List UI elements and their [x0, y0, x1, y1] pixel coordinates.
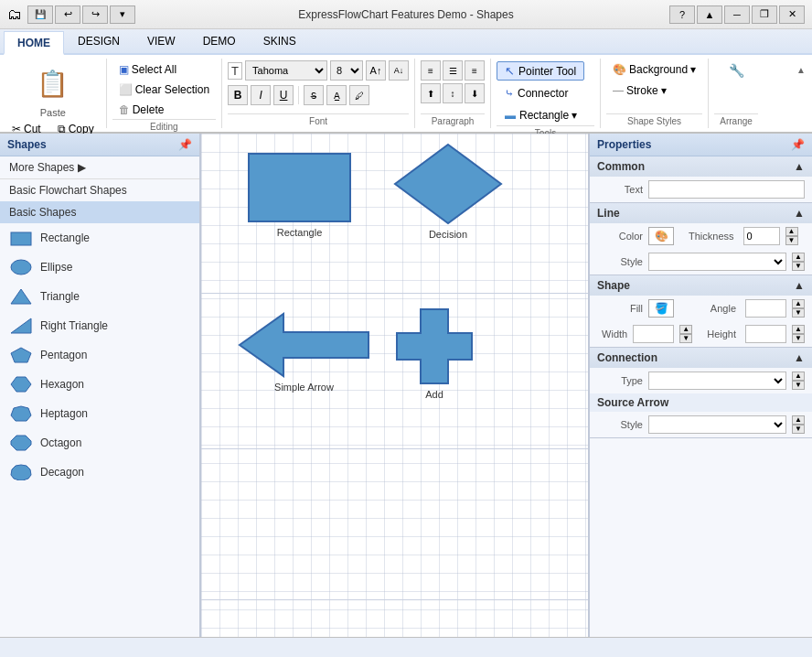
- canvas-shape-arrow[interactable]: Simple Arrow: [238, 312, 370, 393]
- arrange-btn[interactable]: 🔧: [722, 60, 751, 81]
- thickness-input[interactable]: [743, 227, 780, 245]
- valign-mid-btn[interactable]: ↕: [443, 83, 463, 103]
- ribbon-toggle-btn[interactable]: ▲: [697, 5, 722, 24]
- list-item[interactable]: Right Triangle: [0, 311, 199, 340]
- angle-down-btn[interactable]: ▼: [792, 308, 805, 318]
- source-arrow-style-select[interactable]: None Arrow Diamond: [648, 415, 786, 434]
- undo-btn[interactable]: ↩: [55, 5, 80, 24]
- style-up-btn[interactable]: ▲: [792, 253, 805, 262]
- valign-top-btn[interactable]: ⬆: [421, 83, 441, 103]
- connection-type-select[interactable]: Orthogonal Curved Straight: [648, 372, 786, 390]
- font-size-select[interactable]: 8 10 12 14: [330, 60, 363, 81]
- redo-btn[interactable]: ↪: [82, 5, 108, 24]
- angle-input[interactable]: [745, 299, 786, 318]
- line-style-select[interactable]: Solid Dashed Dotted: [648, 253, 786, 271]
- list-item[interactable]: Hexagon: [0, 370, 199, 399]
- paste-button[interactable]: 📋: [27, 60, 79, 107]
- valign-bot-btn[interactable]: ⬇: [465, 83, 485, 103]
- bold-btn[interactable]: B: [228, 85, 248, 105]
- width-input[interactable]: [633, 325, 674, 343]
- more-shapes-button[interactable]: More Shapes ▶: [0, 156, 199, 179]
- width-down-btn[interactable]: ▼: [679, 334, 692, 343]
- canvas-row-3: [201, 449, 588, 600]
- close-btn[interactable]: ✕: [779, 5, 805, 24]
- select-all-icon: ▣: [119, 63, 129, 76]
- list-item[interactable]: Rectangle: [0, 223, 199, 253]
- highlight-btn[interactable]: 🖊: [349, 85, 369, 105]
- tab-view[interactable]: VIEW: [134, 29, 189, 53]
- quick-access-btn[interactable]: ▾: [110, 5, 135, 24]
- list-item[interactable]: Heptagon: [0, 399, 199, 428]
- thickness-up-btn[interactable]: ▲: [785, 227, 798, 236]
- common-collapse-icon[interactable]: ▲: [794, 160, 805, 173]
- tab-skins[interactable]: SKINS: [250, 29, 310, 53]
- background-button[interactable]: 🎨 Background ▾: [606, 60, 702, 79]
- shape-collapse-icon[interactable]: ▲: [794, 279, 805, 292]
- width-height-row: Width ▲ ▼ Height ▲ ▼: [590, 321, 812, 347]
- height-down-btn[interactable]: ▼: [792, 334, 805, 343]
- line-collapse-icon[interactable]: ▲: [794, 207, 805, 220]
- restore-btn[interactable]: ❐: [752, 5, 777, 24]
- italic-btn[interactable]: I: [251, 85, 271, 105]
- properties-pin-icon[interactable]: 📌: [791, 138, 805, 151]
- tab-demo[interactable]: DEMO: [189, 29, 250, 53]
- font-name-select[interactable]: Tahoma Arial Times New Roman: [245, 60, 327, 81]
- font-size-dec-btn[interactable]: A↓: [389, 60, 409, 81]
- thickness-spinner: ▲ ▼: [785, 227, 798, 245]
- height-input[interactable]: [745, 325, 786, 343]
- conn-type-down-btn[interactable]: ▼: [792, 381, 805, 390]
- clear-selection-button[interactable]: ⬜ Clear Selection: [112, 81, 216, 99]
- pointer-tool-button[interactable]: ↖ Pointer Tool: [497, 61, 584, 81]
- shapes-pin-icon[interactable]: 📌: [178, 138, 192, 151]
- width-label: Width: [597, 328, 627, 339]
- canvas-area[interactable]: ↖ Rectangle Decision: [201, 134, 588, 637]
- clear-icon: ⬜: [119, 83, 133, 96]
- connector-button[interactable]: ⤷ Connector: [497, 84, 576, 102]
- tab-design[interactable]: DESIGN: [64, 29, 134, 53]
- text-input[interactable]: [648, 180, 805, 199]
- thickness-down-btn[interactable]: ▼: [785, 236, 798, 245]
- conn-type-up-btn[interactable]: ▲: [792, 372, 805, 381]
- fill-color-button[interactable]: 🪣: [648, 299, 674, 318]
- canvas-shape-add[interactable]: Add: [393, 307, 475, 400]
- connection-collapse-icon[interactable]: ▲: [794, 351, 805, 364]
- stroke-button[interactable]: — Stroke ▾: [606, 81, 673, 100]
- font-size-inc-btn[interactable]: A↑: [366, 60, 386, 81]
- height-up-btn[interactable]: ▲: [792, 325, 805, 334]
- canvas-grid[interactable]: ↖ Rectangle Decision: [201, 134, 588, 637]
- list-item[interactable]: Pentagon: [0, 340, 199, 370]
- align-center-btn[interactable]: ☰: [443, 60, 463, 81]
- font-color-btn[interactable]: A̲: [326, 85, 347, 105]
- arrow-style-up-btn[interactable]: ▲: [792, 415, 805, 425]
- rectangle-tool-button[interactable]: ▬ Rectangle ▾: [497, 106, 585, 124]
- align-right-btn[interactable]: ≡: [465, 60, 485, 81]
- octagon-preview-icon: [9, 433, 33, 453]
- list-item[interactable]: Ellipse: [0, 253, 199, 282]
- canvas-shape-decision[interactable]: Decision: [393, 143, 503, 240]
- select-all-button[interactable]: ▣ Select All: [112, 60, 183, 79]
- arrow-style-down-btn[interactable]: ▼: [792, 425, 805, 434]
- line-color-button[interactable]: 🎨: [648, 227, 674, 245]
- properties-panel: Properties 📌 Common ▲ Text Line ▲ Color: [588, 134, 812, 637]
- width-up-btn[interactable]: ▲: [679, 325, 692, 334]
- ribbon-collapse-btn[interactable]: ▲: [794, 62, 808, 77]
- help-btn[interactable]: ?: [669, 5, 695, 24]
- canvas-shape-rectangle[interactable]: Rectangle: [247, 152, 352, 238]
- line-color-row: Color 🎨 Thickness ▲ ▼: [590, 223, 812, 249]
- delete-button[interactable]: 🗑 Delete: [112, 101, 171, 119]
- quick-save-btn[interactable]: 💾: [27, 5, 53, 24]
- list-item[interactable]: Octagon: [0, 428, 199, 458]
- list-item[interactable]: Triangle: [0, 282, 199, 311]
- list-item[interactable]: Decagon: [0, 458, 199, 487]
- strikethrough-btn[interactable]: S̶: [304, 85, 324, 105]
- angle-up-btn[interactable]: ▲: [792, 299, 805, 308]
- clipboard-group: 📋 Paste ✂ Cut ⧉ Copy Clipboard: [0, 59, 107, 128]
- style-down-btn[interactable]: ▼: [792, 262, 805, 271]
- tab-home[interactable]: HOME: [4, 31, 64, 55]
- align-left-btn[interactable]: ≡: [421, 60, 441, 81]
- sidebar-item-basic-shapes[interactable]: Basic Shapes: [0, 201, 199, 223]
- sidebar-item-basic-flowchart[interactable]: Basic Flowchart Shapes: [0, 179, 199, 201]
- minimize-btn[interactable]: ─: [724, 5, 750, 24]
- underline-btn[interactable]: U: [273, 85, 294, 105]
- arrange-label: Arrange: [714, 113, 758, 126]
